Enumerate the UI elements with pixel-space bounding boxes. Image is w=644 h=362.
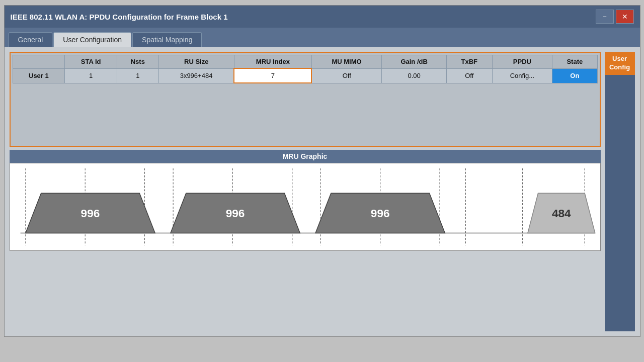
sidebar-user-config-label: UserConfig [605, 52, 635, 75]
cell-ru-size[interactable]: 3x996+484 [158, 68, 234, 83]
close-button[interactable]: ✕ [616, 10, 634, 24]
cell-state[interactable]: On [552, 68, 597, 83]
title-bar-buttons: − ✕ [596, 10, 634, 24]
cell-sta-id[interactable]: 1 [65, 68, 117, 83]
col-header-gain-db: Gain /dB [382, 55, 447, 69]
col-header-empty [13, 55, 65, 69]
col-header-nsts: Nsts [117, 55, 158, 69]
row-label-user1: User 1 [13, 68, 65, 83]
window-title: IEEE 802.11 WLAN A: PPDU Configuration f… [11, 13, 228, 21]
tabs-bar: General User Configuration Spatial Mappi… [5, 28, 640, 47]
svg-text:996: 996 [80, 207, 100, 219]
col-header-txbf: TxBF [447, 55, 493, 69]
tab-user-configuration[interactable]: User Configuration [53, 32, 131, 47]
cell-nsts[interactable]: 1 [117, 68, 158, 83]
mru-graphic-area: 996 996 996 484 [10, 163, 601, 251]
main-window: IEEE 802.11 WLAN A: PPDU Configuration f… [4, 5, 640, 337]
right-sidebar: UserConfig [605, 52, 635, 331]
svg-text:484: 484 [551, 207, 571, 219]
title-bar: IEEE 802.11 WLAN A: PPDU Configuration f… [5, 6, 640, 28]
tab-general[interactable]: General [9, 32, 53, 47]
col-header-mru-index: MRU Index [234, 55, 311, 69]
sidebar-body [605, 75, 635, 331]
col-header-mu-mimo: MU MIMO [311, 55, 381, 69]
minimize-button[interactable]: − [596, 10, 614, 24]
main-panel: STA Id Nsts RU Size MRU Index MU MIMO Ga… [10, 52, 601, 331]
svg-text:996: 996 [370, 207, 389, 219]
tab-spatial-mapping[interactable]: Spatial Mapping [132, 32, 202, 47]
col-header-state: State [552, 55, 597, 69]
table-section: STA Id Nsts RU Size MRU Index MU MIMO Ga… [10, 52, 601, 147]
cell-txbf[interactable]: Off [447, 68, 493, 83]
mru-svg: 996 996 996 484 [10, 163, 600, 250]
table-empty-area [13, 83, 598, 144]
cell-mru-index[interactable]: 7 [234, 68, 311, 83]
cell-gain-db[interactable]: 0.00 [382, 68, 447, 83]
user-config-table: STA Id Nsts RU Size MRU Index MU MIMO Ga… [13, 55, 598, 83]
table-row: User 1 1 1 3x996+484 7 Off 0.00 Off Conf… [13, 68, 597, 83]
content-area: STA Id Nsts RU Size MRU Index MU MIMO Ga… [5, 47, 640, 336]
col-header-sta-id: STA Id [65, 55, 117, 69]
cell-mu-mimo[interactable]: Off [311, 68, 381, 83]
col-header-ppdu: PPDU [492, 55, 552, 69]
cell-ppdu[interactable]: Config... [492, 68, 552, 83]
col-header-ru-size: RU Size [158, 55, 234, 69]
svg-text:996: 996 [225, 207, 245, 219]
mru-graphic-header: MRU Graphic [10, 150, 601, 163]
